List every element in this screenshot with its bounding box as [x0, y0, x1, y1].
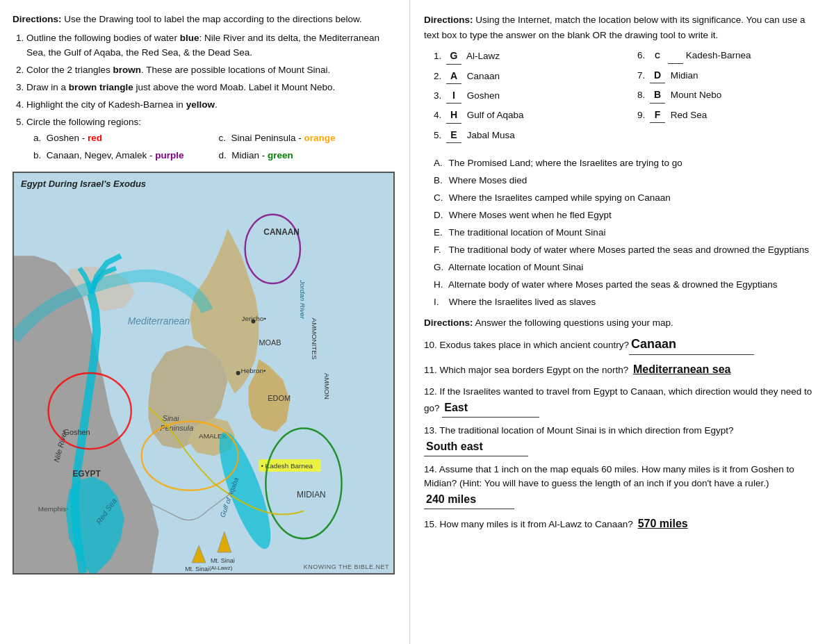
svg-text:Jordan River: Jordan River	[299, 279, 306, 320]
match-section: Directions: Using the Internet, match th…	[424, 13, 820, 147]
match-item-6: 6. C Kadesh-Barnea	[637, 48, 820, 64]
match-grid: 1. G Al-Lawz 2. A Canaan 3. I Goshen 4. …	[434, 48, 820, 147]
svg-text:Mt. Sinai: Mt. Sinai	[185, 565, 209, 572]
step-4: Highlight the city of Kadesh-Barnea in y…	[26, 98, 397, 113]
svg-text:EDOM: EDOM	[268, 394, 291, 402]
alpha-list: A. The Promised Land; where the Israelit…	[424, 156, 820, 309]
qa-num-11: 11. Which major sea borders Egypt on the…	[424, 365, 631, 375]
alpha-item-f: F. The traditional body of water where M…	[434, 243, 820, 258]
svg-text:(Al-Lawz): (Al-Lawz)	[209, 565, 233, 571]
qa-item-13: 13. The traditional location of Mount Si…	[424, 424, 820, 456]
qa-answer-14: 240 miles	[424, 491, 514, 509]
alpha-item-c: C. Where the Israelites camped while spy…	[434, 191, 820, 206]
directions-bold: Directions:	[13, 14, 62, 24]
qa-num-15: 15. How many miles is it from Al-Lawz to…	[424, 519, 636, 529]
svg-point-29	[236, 371, 240, 375]
match-item-8: 8. B Mount Nebo	[637, 87, 820, 103]
qa-directions: Directions: Answer the following questio…	[424, 317, 820, 328]
qa-answer-15: 570 miles	[636, 515, 726, 533]
qa-num-13: 13. The traditional location of Mount Si…	[424, 425, 734, 436]
qa-item-10: 10. Exodus takes place in which ancient …	[424, 335, 820, 355]
match-directions: Directions: Using the Internet, match th…	[424, 13, 820, 42]
step-1: Outline the following bodies of water bl…	[26, 31, 397, 60]
svg-text:Hebron•: Hebron•	[241, 367, 266, 374]
qa-num-14: 14. Assume that 1 inch on the map equals…	[424, 464, 794, 489]
step-3: Draw in a brown triangle just above the …	[26, 81, 397, 95]
region-canaan: b. Canaan, Negev, Amalek - purple	[33, 149, 212, 163]
map-container: Egypt During Israel's Exodus Nile River …	[13, 172, 395, 575]
circle-regions-list: a. Goshen - red c. Sinai Peninsula - ora…	[26, 131, 397, 165]
qa-item-14: 14. Assume that 1 inch on the map equals…	[424, 463, 820, 510]
region-goshen: a. Goshen - red	[33, 131, 212, 146]
region-sinai: c. Sinai Peninsula - orange	[219, 131, 398, 146]
svg-text:Jericho•: Jericho•	[242, 315, 267, 322]
alpha-item-d: D. Where Moses went when he fled Egypt	[434, 208, 820, 223]
svg-text:AMMON: AMMON	[323, 373, 331, 399]
alpha-item-b: B. Where Moses died	[434, 174, 820, 188]
match-item-4: 4. H Gulf of Aqaba	[434, 107, 616, 123]
match-item-5: 5. E Jabal Musa	[434, 127, 616, 143]
left-panel: Directions: Use the Drawing tool to labe…	[0, 0, 410, 644]
svg-text:Memphis•: Memphis•	[38, 505, 69, 513]
step-5: Circle the following regions: a. Goshen …	[26, 115, 397, 165]
qa-answer-12: East	[442, 399, 539, 418]
match-col1: 1. G Al-Lawz 2. A Canaan 3. I Goshen 4. …	[434, 48, 616, 147]
svg-text:MOAB: MOAB	[259, 339, 281, 347]
map-watermark: KNOWING THE BIBLE.NET	[304, 563, 389, 570]
right-panel: Directions: Using the Internet, match th…	[410, 0, 834, 644]
match-item-7: 7. D Midian	[637, 67, 820, 83]
svg-text:EGYPT: EGYPT	[72, 469, 101, 479]
svg-text:Sinai: Sinai	[162, 415, 179, 423]
qa-answer-11: Mediterranean sea	[631, 361, 770, 379]
alpha-item-a: A. The Promised Land; where the Israelit…	[434, 156, 820, 171]
match-item-1: 1. G Al-Lawz	[434, 48, 616, 64]
qa-answer-13: South east	[424, 438, 528, 456]
qa-answer-10: Canaan	[629, 335, 754, 355]
svg-text:AMMONITES: AMMONITES	[311, 318, 318, 360]
directions-text: Use the Drawing tool to label the map ac…	[64, 14, 362, 24]
alpha-item-h: H. Alternate body of water where Moses p…	[434, 278, 820, 292]
map-title: Egypt During Israel's Exodus	[21, 179, 146, 189]
map-svg: Nile River Mediterranean Sea Sinai Penin…	[14, 173, 393, 573]
region-midian: d. Midian - green	[219, 149, 398, 163]
alpha-item-e: E. The traditional location of Mount Sin…	[434, 226, 820, 240]
qa-section: Directions: Answer the following questio…	[424, 317, 820, 533]
svg-text:Goshen: Goshen	[63, 429, 90, 437]
svg-text:MIDIAN: MIDIAN	[297, 490, 326, 499]
alpha-item-i: I. Where the Israelites lived as slaves	[434, 295, 820, 310]
match-item-9: 9. F Red Sea	[637, 107, 820, 123]
step-2: Color the 2 triangles brown. These are p…	[26, 63, 397, 78]
qa-item-11: 11. Which major sea borders Egypt on the…	[424, 361, 820, 379]
match-col2: 6. C Kadesh-Barnea 7. D Midian 8. B Moun…	[637, 48, 820, 147]
alpha-item-g: G. Alternate location of Mount Sinai	[434, 261, 820, 275]
qa-num-10: 10. Exodus takes place in which ancient …	[424, 340, 629, 350]
svg-text:Mt. Sinai: Mt. Sinai	[211, 557, 235, 564]
steps-list: Outline the following bodies of water bl…	[13, 31, 397, 165]
svg-text:CANAAN: CANAAN	[263, 228, 300, 238]
qa-item-12: 12. If the Israelites wanted to travel f…	[424, 385, 820, 418]
qa-item-15: 15. How many miles is it from Al-Lawz to…	[424, 515, 820, 533]
match-item-2: 2. A Canaan	[434, 68, 616, 84]
left-directions: Directions: Use the Drawing tool to labe…	[13, 13, 397, 165]
match-item-3: 3. I Goshen	[434, 88, 616, 104]
